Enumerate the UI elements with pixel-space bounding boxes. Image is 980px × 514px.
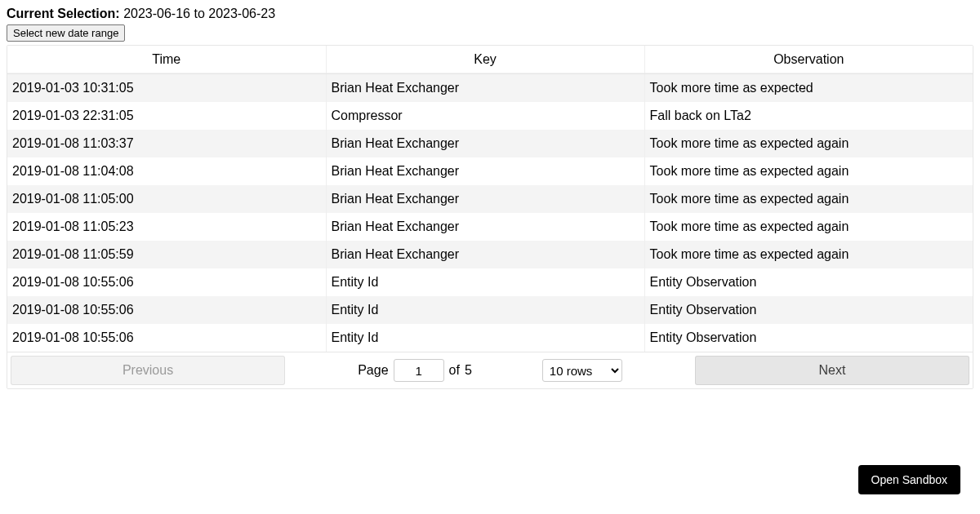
cell-key: Brian Heat Exchanger	[326, 157, 644, 185]
cell-time: 2019-01-08 10:55:06	[7, 296, 326, 324]
cell-time: 2019-01-08 11:05:59	[7, 241, 326, 268]
cell-observation: Fall back on LTa2	[644, 102, 973, 130]
selection-header: Current Selection: 2023-06-16 to 2023-06…	[7, 7, 973, 21]
select-date-range-button[interactable]: Select new date range	[7, 24, 125, 42]
cell-time: 2019-01-08 11:05:00	[7, 185, 326, 213]
cell-observation: Took more time as expected again	[644, 130, 973, 157]
cell-observation: Entity Observation	[644, 296, 973, 324]
cell-key: Brian Heat Exchanger	[326, 130, 644, 157]
open-sandbox-label: Open Sandbox	[871, 473, 947, 486]
cell-observation: Entity Observation	[644, 268, 973, 296]
selection-date-from: 2023-06-16	[123, 7, 190, 20]
table-row: 2019-01-08 11:05:23Brian Heat ExchangerT…	[7, 213, 973, 241]
page-indicator: Page of 5	[358, 359, 472, 382]
table-row: 2019-01-08 11:05:00Brian Heat ExchangerT…	[7, 185, 973, 213]
data-table: Time Key Observation 2019-01-03 10:31:05…	[7, 46, 973, 352]
cell-time: 2019-01-08 10:55:06	[7, 268, 326, 296]
cell-time: 2019-01-03 22:31:05	[7, 102, 326, 130]
of-word: of	[449, 363, 460, 378]
table-row: 2019-01-08 10:55:06Entity IdEntity Obser…	[7, 268, 973, 296]
cell-time: 2019-01-08 10:55:06	[7, 324, 326, 352]
open-sandbox-button[interactable]: Open Sandbox	[858, 465, 960, 494]
select-date-range-label: Select new date range	[13, 27, 118, 39]
pagination-center: Page of 5 5 rows10 rows20 rows25 rows50 …	[285, 359, 695, 382]
cell-time: 2019-01-08 11:03:37	[7, 130, 326, 157]
cell-time: 2019-01-08 11:04:08	[7, 157, 326, 185]
next-label: Next	[819, 363, 846, 378]
selection-label: Current Selection:	[7, 7, 120, 20]
cell-key: Brian Heat Exchanger	[326, 213, 644, 241]
cell-key: Brian Heat Exchanger	[326, 74, 644, 103]
cell-observation: Took more time as expected again	[644, 185, 973, 213]
cell-key: Entity Id	[326, 296, 644, 324]
cell-observation: Took more time as expected again	[644, 241, 973, 268]
cell-key: Compressor	[326, 102, 644, 130]
cell-time: 2019-01-03 10:31:05	[7, 74, 326, 103]
selection-date-to: 2023-06-23	[208, 7, 275, 20]
cell-key: Entity Id	[326, 324, 644, 352]
column-header-observation[interactable]: Observation	[644, 46, 973, 74]
column-header-time[interactable]: Time	[7, 46, 326, 74]
previous-button[interactable]: Previous	[11, 356, 285, 385]
previous-label: Previous	[122, 363, 173, 378]
selection-to-word: to	[194, 7, 204, 20]
table-row: 2019-01-08 11:03:37Brian Heat ExchangerT…	[7, 130, 973, 157]
cell-observation: Took more time as expected again	[644, 213, 973, 241]
cell-time: 2019-01-08 11:05:23	[7, 213, 326, 241]
cell-observation: Took more time as expected	[644, 74, 973, 103]
page-word: Page	[358, 363, 388, 378]
next-button[interactable]: Next	[695, 356, 969, 385]
table-header-row: Time Key Observation	[7, 46, 973, 74]
pagination-bar: Previous Page of 5 5 rows10 rows20 rows2…	[7, 352, 973, 388]
column-header-key[interactable]: Key	[326, 46, 644, 74]
cell-key: Brian Heat Exchanger	[326, 185, 644, 213]
cell-observation: Entity Observation	[644, 324, 973, 352]
table-row: 2019-01-08 11:05:59Brian Heat ExchangerT…	[7, 241, 973, 268]
data-table-container: Time Key Observation 2019-01-03 10:31:05…	[7, 45, 973, 389]
table-row: 2019-01-08 10:55:06Entity IdEntity Obser…	[7, 324, 973, 352]
table-row: 2019-01-08 11:04:08Brian Heat ExchangerT…	[7, 157, 973, 185]
table-row: 2019-01-03 10:31:05Brian Heat ExchangerT…	[7, 74, 973, 103]
total-pages: 5	[465, 363, 472, 378]
page-number-input[interactable]	[394, 359, 444, 382]
cell-observation: Took more time as expected again	[644, 157, 973, 185]
table-row: 2019-01-08 10:55:06Entity IdEntity Obser…	[7, 296, 973, 324]
rows-per-page-select[interactable]: 5 rows10 rows20 rows25 rows50 rows100 ro…	[542, 359, 622, 382]
table-row: 2019-01-03 22:31:05CompressorFall back o…	[7, 102, 973, 130]
cell-key: Entity Id	[326, 268, 644, 296]
cell-key: Brian Heat Exchanger	[326, 241, 644, 268]
